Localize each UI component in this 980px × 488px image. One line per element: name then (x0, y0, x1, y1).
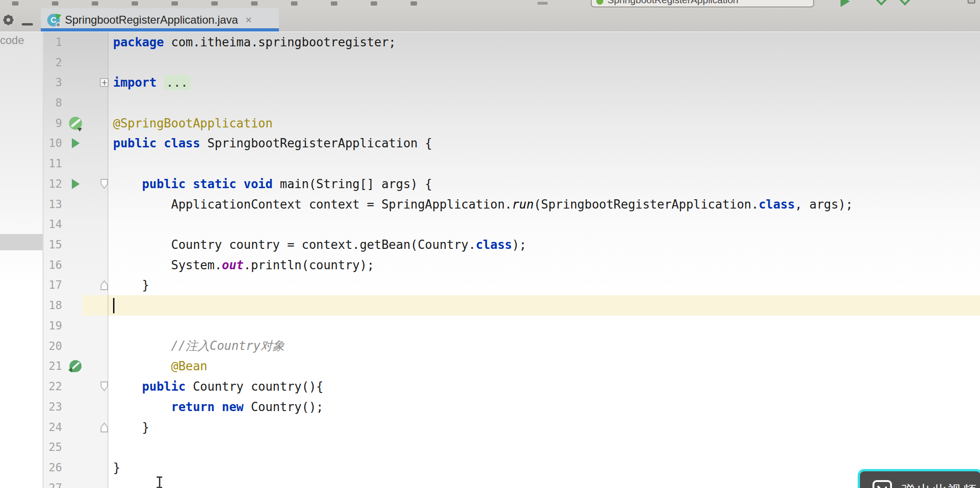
code-text[interactable]: //注入Country对象 (113, 338, 980, 354)
token-pl: } (113, 420, 149, 434)
fold-marker-up-icon[interactable] (84, 422, 113, 433)
token-pl: .println(country); (244, 258, 374, 272)
code-text[interactable]: System.out.println(country); (113, 258, 980, 272)
line-number[interactable]: 25 (44, 441, 67, 454)
line-number[interactable]: 11 (44, 157, 67, 170)
code-line[interactable]: 12 public static void main(String[] args… (44, 174, 980, 194)
code-text[interactable]: } (113, 461, 980, 475)
line-number[interactable]: 9 (44, 117, 67, 130)
code-text[interactable]: } (113, 278, 980, 292)
code-line[interactable]: 19 (44, 316, 980, 336)
code-text[interactable]: public class SpringbootRegisterApplicati… (113, 136, 980, 150)
code-text[interactable]: return new Country(); (113, 400, 980, 414)
main-toolbar-clipped: SpringbootRegisterApplication (0, 0, 980, 8)
code-line[interactable]: 22 public Country country(){ (44, 376, 980, 397)
fold-marker-down-icon[interactable] (84, 381, 113, 392)
line-number[interactable]: 14 (44, 218, 67, 231)
line-number[interactable]: 23 (44, 400, 67, 413)
code-line[interactable]: 15 Country country = context.getBean(Cou… (44, 234, 980, 255)
token-pl: (SpringbootRegisterApplication. (534, 197, 759, 211)
coverage-button-icon[interactable] (899, 0, 910, 6)
code-line[interactable]: 27 (44, 478, 980, 488)
line-number[interactable]: 22 (44, 380, 67, 393)
code-text[interactable]: @SpringBootApplication (113, 116, 980, 130)
project-panel[interactable]: code (0, 32, 43, 488)
line-number[interactable]: 3 (44, 76, 67, 89)
run-button-icon[interactable] (841, 0, 850, 7)
ide-window: SpringbootRegisterApplication C Springbo… (0, 0, 980, 488)
gutter-separator (107, 32, 108, 488)
line-number[interactable]: 21 (44, 360, 67, 373)
run-gutter-icon[interactable] (67, 179, 84, 189)
line-number[interactable]: 13 (44, 198, 67, 211)
line-number[interactable]: 8 (44, 96, 67, 109)
panel-divider[interactable] (43, 32, 44, 488)
code-line[interactable]: 18 (44, 295, 980, 316)
line-number[interactable]: 20 (44, 340, 67, 353)
gear-icon[interactable] (3, 14, 14, 25)
code-text[interactable]: public static void main(String[] args) { (113, 177, 980, 191)
line-number[interactable]: 2 (44, 56, 67, 69)
token-pl: Country country = context.getBean(Countr… (113, 238, 476, 252)
fold-marker-down-icon[interactable] (84, 178, 113, 190)
line-number[interactable]: 15 (44, 238, 67, 251)
token-kw: return new (171, 400, 251, 414)
code-editor[interactable]: 1package com.itheima.springbootregister;… (44, 32, 980, 488)
code-line[interactable]: 24 } (44, 417, 980, 437)
line-number[interactable]: 19 (44, 319, 67, 332)
code-line[interactable]: 21 @Bean (44, 356, 980, 377)
code-line[interactable]: 25 (44, 437, 980, 457)
run-gutter-icon[interactable] (67, 138, 84, 148)
close-icon[interactable]: × (246, 14, 252, 25)
line-number[interactable]: 10 (44, 137, 67, 150)
spring-gutter-icon[interactable] (67, 117, 84, 130)
code-line[interactable]: 11 (44, 153, 980, 174)
debug-button-icon[interactable] (875, 0, 887, 6)
run-configuration-selector[interactable]: SpringbootRegisterApplication (591, 0, 814, 7)
code-text[interactable]: } (113, 420, 980, 434)
fold-marker-plus-icon[interactable] (84, 78, 113, 87)
line-number[interactable]: 24 (44, 421, 67, 434)
toolbar-button-icon[interactable] (967, 0, 975, 4)
line-number[interactable]: 1 (44, 36, 67, 49)
line-number[interactable]: 16 (44, 259, 67, 272)
token-pl: } (113, 278, 149, 292)
line-number[interactable]: 27 (44, 482, 67, 488)
editor-tab-bar: C SpringbootRegisterApplication.java × (0, 8, 980, 32)
code-line[interactable]: 16 System.out.println(country); (44, 255, 980, 275)
code-text[interactable]: ApplicationContext context = SpringAppli… (113, 197, 980, 211)
tab-springboot-register-application[interactable]: C SpringbootRegisterApplication.java × (41, 8, 279, 32)
code-line[interactable]: 8 (44, 93, 980, 113)
video-popout-overlay[interactable]: 弹出此视频 (858, 469, 980, 488)
code-line[interactable]: 2 (44, 52, 980, 73)
code-line[interactable]: 23 return new Country(); (44, 397, 980, 417)
bean-gutter-icon[interactable] (67, 360, 84, 372)
code-line[interactable]: 10public class SpringbootRegisterApplica… (44, 133, 980, 154)
line-number[interactable]: 12 (44, 177, 67, 190)
token-pl: ApplicationContext context = SpringAppli… (113, 197, 512, 211)
code-text[interactable]: import ... (113, 76, 980, 89)
code-line[interactable]: 14 (44, 214, 980, 234)
line-number[interactable]: 17 (44, 279, 67, 292)
code-text[interactable]: Country country = context.getBean(Countr… (113, 238, 980, 252)
code-text[interactable]: @Bean (113, 359, 980, 373)
code-line[interactable]: 3import ... (44, 72, 980, 93)
project-selected-row[interactable] (0, 234, 43, 250)
line-number[interactable]: 18 (44, 299, 67, 312)
code-text[interactable] (113, 298, 980, 313)
line-number[interactable]: 26 (44, 461, 67, 474)
fold-marker-up-icon[interactable] (84, 279, 113, 291)
token-pl: Country country(){ (193, 380, 323, 393)
hide-panel-icon[interactable] (22, 23, 33, 25)
code-line[interactable]: 26} (44, 457, 980, 478)
text-caret (113, 298, 114, 313)
code-line[interactable]: 9@SpringBootApplication (44, 113, 980, 133)
code-text[interactable]: public Country country(){ (113, 380, 980, 393)
token-cmt: //注入Country对象 (113, 339, 285, 353)
code-line[interactable]: 1package com.itheima.springbootregister; (44, 32, 980, 52)
token-kw: public class (113, 136, 208, 150)
code-line[interactable]: 17 } (44, 275, 980, 296)
code-text[interactable]: package com.itheima.springbootregister; (113, 35, 980, 49)
code-line[interactable]: 20 //注入Country对象 (44, 336, 980, 356)
code-line[interactable]: 13 ApplicationContext context = SpringAp… (44, 194, 980, 215)
